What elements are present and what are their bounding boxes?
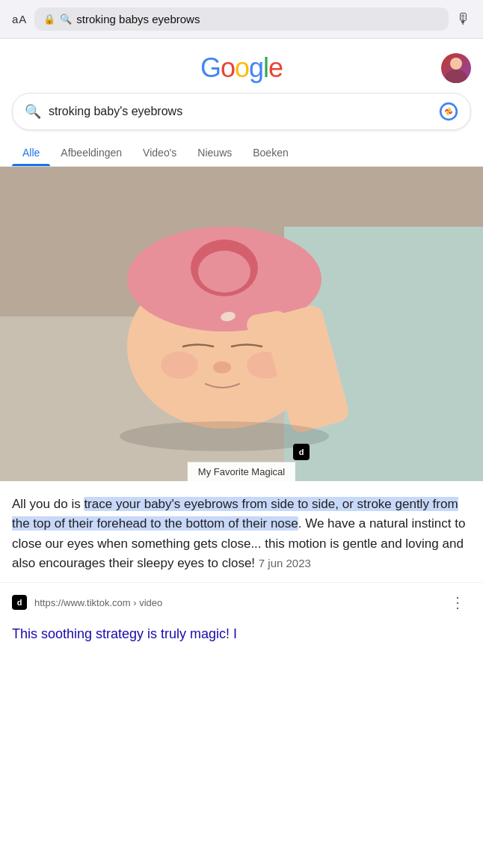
- search-icon: 🔍: [60, 13, 72, 25]
- google-logo: Google: [200, 52, 283, 84]
- svg-point-8: [198, 251, 250, 293]
- featured-image[interactable]: d My Favorite Magical: [0, 167, 483, 481]
- address-bar: aA 🔒 🔍 stroking babys eyebrows 🎙: [0, 0, 483, 39]
- logo-letter-e: e: [268, 52, 283, 83]
- lock-icon: 🔒: [43, 13, 55, 25]
- tiktok-icon: d: [12, 595, 27, 610]
- avatar-image: [441, 53, 471, 83]
- text-size-control[interactable]: aA: [12, 13, 27, 25]
- svg-point-9: [213, 361, 231, 373]
- tab-afbeeldingen[interactable]: Afbeeldingen: [50, 139, 132, 166]
- tab-videos[interactable]: Video's: [132, 139, 187, 166]
- article-text: All you do is trace your baby's eyebrows…: [12, 495, 471, 573]
- tab-alle[interactable]: Alle: [12, 139, 50, 166]
- avatar-head: [450, 58, 462, 70]
- article-date: 7 jun 2023: [259, 557, 311, 569]
- source-url: https://www.tiktok.com › video: [34, 597, 437, 608]
- svg-point-10: [161, 352, 198, 379]
- result-link-container: This soothing strategy is truly magic! I: [0, 622, 483, 655]
- logo-letter-o2: o: [235, 52, 249, 83]
- search-tabs: Alle Afbeeldingen Video's Nieuws Boeken: [0, 139, 483, 167]
- avatar[interactable]: [441, 53, 471, 83]
- article-container: All you do is trace your baby's eyebrows…: [0, 481, 483, 582]
- search-query: stroking baby's eyebrows: [49, 105, 431, 118]
- search-box-container: 🔍 stroking baby's eyebrows: [0, 93, 483, 130]
- tiktok-watermark: d: [293, 444, 310, 460]
- search-icon: 🔍: [25, 103, 41, 120]
- image-caption: My Favorite Magical: [188, 462, 295, 481]
- avatar-body: [446, 70, 467, 83]
- more-options-button[interactable]: ⋮: [444, 590, 471, 614]
- logo-letter-o1: o: [221, 52, 235, 83]
- google-lens-icon[interactable]: [439, 102, 458, 121]
- url-text: stroking babys eyebrows: [76, 13, 440, 25]
- tab-boeken[interactable]: Boeken: [242, 139, 298, 166]
- url-bar[interactable]: 🔒 🔍 stroking babys eyebrows: [34, 7, 449, 31]
- logo-letter-g: G: [200, 52, 221, 83]
- logo-letter-g2: g: [249, 52, 263, 83]
- search-box[interactable]: 🔍 stroking baby's eyebrows: [12, 93, 471, 130]
- result-link[interactable]: This soothing strategy is truly magic! I: [12, 626, 237, 641]
- tab-nieuws[interactable]: Nieuws: [187, 139, 242, 166]
- article-text-before: All you do is: [12, 497, 84, 511]
- microphone-icon[interactable]: 🎙: [456, 10, 471, 28]
- baby-image-svg: [0, 167, 483, 481]
- logo-letter-l: l: [263, 52, 268, 83]
- google-header: Google: [0, 39, 483, 93]
- source-row: d https://www.tiktok.com › video ⋮: [0, 582, 483, 622]
- avatar-person: [446, 56, 467, 83]
